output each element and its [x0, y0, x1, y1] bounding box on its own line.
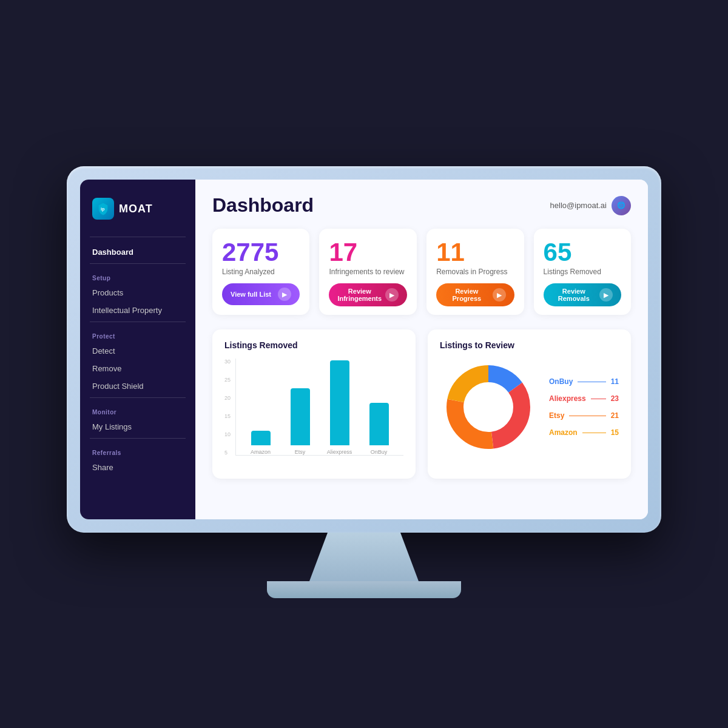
sidebar-divider-top [90, 237, 186, 237]
header-row: Dashboard hello@ipmoat.ai 🌐 [212, 194, 631, 217]
sidebar-item-share[interactable]: Share [80, 459, 195, 476]
stat-label-2: Removals in Progress [436, 268, 514, 276]
bar-chart-card: Listings Removed 30 25 20 15 10 5 [212, 329, 416, 479]
sidebar-section-setup: Setup [80, 270, 195, 284]
stat-btn-arrow-2: ▶ [493, 288, 506, 302]
y-label-5: 5 [224, 450, 231, 456]
bar-label-0: Amazon [251, 449, 271, 455]
bar-3 [369, 403, 389, 445]
legend-value-0: 11 [611, 377, 619, 386]
stat-btn-label-2: Review Progress [445, 288, 488, 302]
donut-container [440, 359, 537, 456]
sidebar-divider-4 [90, 438, 186, 439]
donut-chart-title: Listings to Review [440, 340, 619, 350]
stat-button-3[interactable]: Review Removals ▶ [544, 283, 621, 306]
stat-button-0[interactable]: View full List ▶ [222, 283, 300, 305]
stat-button-2[interactable]: Review Progress ▶ [436, 283, 514, 306]
stat-btn-arrow-3: ▶ [599, 288, 613, 302]
legend-line-0 [578, 382, 605, 382]
bar-label-3: OnBuy [371, 449, 388, 455]
sidebar-divider-2 [90, 322, 186, 322]
legend-line-1 [591, 399, 606, 399]
svg-point-5 [464, 383, 513, 431]
bar-group-0: Amazon [241, 431, 280, 455]
stat-label-1: Infringements to review [329, 268, 407, 276]
legend-line-2 [569, 416, 605, 416]
sidebar-section-referrals: Referrals [80, 445, 195, 459]
logo-icon: ip [92, 198, 114, 220]
bar-group-1: Etsy [280, 388, 320, 455]
main-content: Dashboard hello@ipmoat.ai 🌐 2775 Listing… [195, 180, 648, 519]
sidebar-item-intellectual-property[interactable]: Intellectual Property [80, 302, 195, 319]
y-label-20: 20 [224, 395, 231, 401]
charts-row: Listings Removed 30 25 20 15 10 5 [212, 329, 631, 479]
legend-value-3: 15 [611, 428, 619, 437]
legend-value-1: 23 [611, 394, 619, 403]
bar-1 [291, 388, 310, 445]
legend-value-2: 21 [611, 411, 619, 420]
sidebar-item-remove[interactable]: Remove [80, 360, 195, 377]
stat-button-1[interactable]: Review Infringements ▶ [329, 283, 407, 306]
y-axis: 30 25 20 15 10 5 [224, 359, 231, 456]
stat-label-3: Listings Removed [544, 268, 621, 276]
donut-legend: OnBuy 11 Aliexpress 23 Etsy 21 Amazon 15 [549, 377, 619, 437]
bar-0 [251, 431, 271, 445]
sidebar-divider-3 [90, 397, 186, 398]
sidebar-item-detect[interactable]: Detect [80, 342, 195, 360]
sidebar: ip MOAT Dashboard Setup Products Intelle… [80, 180, 195, 519]
bar-2 [330, 360, 349, 445]
stat-label-0: Listing Analyzed [222, 268, 300, 276]
sidebar-item-products[interactable]: Products [80, 284, 195, 302]
legend-item-0: OnBuy 11 [549, 377, 619, 386]
stat-btn-label-1: Review Infringements [337, 288, 382, 302]
donut-chart-card: Listings to Review [428, 329, 631, 479]
bar-chart-title: Listings Removed [224, 340, 403, 350]
stats-row: 2775 Listing Analyzed View full List ▶ 1… [212, 229, 631, 315]
page-title: Dashboard [212, 194, 314, 217]
monitor-stand [303, 533, 425, 581]
y-label-15: 15 [224, 413, 231, 419]
bar-label-2: Aliexpress [327, 449, 352, 455]
stat-number-2: 11 [436, 240, 514, 265]
y-label-25: 25 [224, 377, 231, 383]
legend-item-2: Etsy 21 [549, 411, 619, 420]
stat-number-1: 17 [329, 240, 407, 265]
user-email: hello@ipmoat.ai [550, 201, 607, 210]
legend-item-3: Amazon 15 [549, 428, 619, 437]
sidebar-item-my-listings[interactable]: My Listings [80, 418, 195, 436]
legend-item-1: Aliexpress 23 [549, 394, 619, 403]
legend-name-2: Etsy [549, 411, 564, 420]
legend-line-3 [582, 433, 606, 433]
monitor-wrapper: ip MOAT Dashboard Setup Products Intelle… [67, 166, 661, 598]
legend-name-1: Aliexpress [549, 394, 586, 403]
monitor-screen: ip MOAT Dashboard Setup Products Intelle… [80, 180, 648, 519]
stat-number-0: 2775 [222, 240, 300, 265]
bar-chart-area: AmazonEtsyAliexpressOnBuy [235, 359, 403, 456]
bar-group-2: Aliexpress [320, 360, 359, 455]
monitor-frame: ip MOAT Dashboard Setup Products Intelle… [67, 166, 661, 533]
stat-btn-arrow-1: ▶ [385, 288, 399, 302]
stat-card-2: 11 Removals in Progress Review Progress … [426, 229, 524, 315]
avatar: 🌐 [612, 196, 631, 215]
logo-text: MOAT [119, 203, 153, 215]
monitor-base [267, 581, 461, 598]
bar-chart: 30 25 20 15 10 5 AmazonEtsyAliexpressOnB… [224, 359, 403, 468]
stat-btn-label-0: View full List [231, 291, 271, 298]
stat-card-3: 65 Listings Removed Review Removals ▶ [534, 229, 631, 315]
legend-name-0: OnBuy [549, 377, 573, 386]
bar-label-1: Etsy [295, 449, 306, 455]
sidebar-item-product-shield[interactable]: Product Shield [80, 377, 195, 395]
svg-text:ip: ip [101, 206, 105, 212]
sidebar-section-monitor: Monitor [80, 404, 195, 418]
legend-name-3: Amazon [549, 428, 578, 437]
bar-group-3: OnBuy [359, 403, 399, 455]
y-label-30: 30 [224, 359, 231, 365]
donut-section: OnBuy 11 Aliexpress 23 Etsy 21 Amazon 15 [440, 359, 619, 456]
sidebar-item-dashboard[interactable]: Dashboard [80, 243, 195, 261]
sidebar-section-protect: Protect [80, 328, 195, 342]
stat-number-3: 65 [544, 240, 621, 265]
stat-card-1: 17 Infringements to review Review Infrin… [319, 229, 417, 315]
user-info: hello@ipmoat.ai 🌐 [550, 196, 631, 215]
stat-btn-label-3: Review Removals [552, 288, 596, 302]
donut-svg [440, 359, 537, 456]
